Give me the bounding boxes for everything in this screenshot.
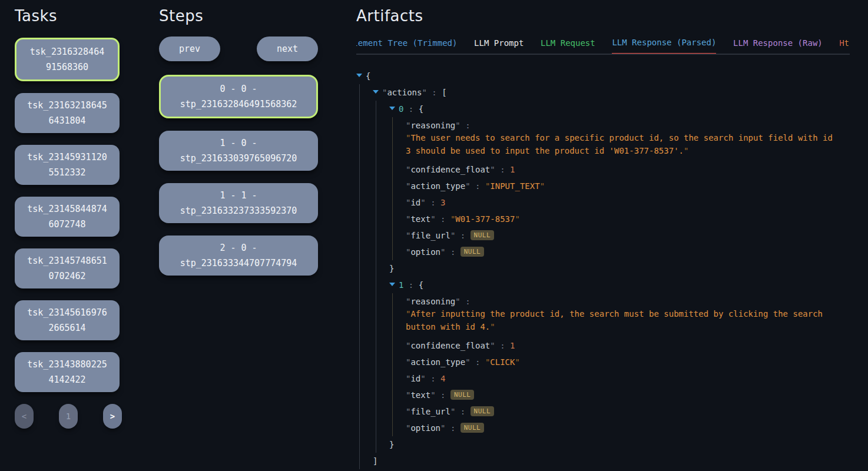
task-item[interactable]: tsk_231438802254142422: [15, 352, 120, 392]
null-badge: NULL: [460, 423, 485, 433]
json-kv-file-url: file_urlNULL: [406, 227, 851, 244]
json-array-close: ]: [373, 453, 851, 469]
json-level-1: actions[ 0{ reasoning The user needs to …: [359, 84, 851, 469]
tasks-pagination: < 1 >: [15, 404, 122, 429]
json-kv-confidence: confidence_float1: [406, 337, 851, 354]
tab-html-raw[interactable]: Html (Raw): [839, 34, 850, 54]
json-action-1-open: 1{: [389, 277, 851, 293]
steps-title: Steps: [159, 7, 318, 25]
artifacts-tabbar: Element Tree (Trimmed) LLM Prompt LLM Re…: [356, 33, 850, 55]
task-item[interactable]: tsk_231457486510702462: [15, 248, 120, 288]
json-action-0-close: }: [389, 260, 851, 277]
collapse-toggle-icon[interactable]: [356, 74, 362, 77]
tasks-panel: Tasks tsk_231632846491568360 tsk_2316321…: [15, 7, 120, 429]
null-badge: NULL: [471, 406, 495, 416]
json-kv-file-url: file_urlNULL: [406, 403, 851, 420]
collapse-toggle-icon[interactable]: [389, 107, 395, 110]
json-level-2: 0{ reasoning The user needs to search fo…: [376, 101, 851, 453]
task-item[interactable]: tsk_231458448746072748: [15, 197, 120, 237]
pagination-next-button[interactable]: >: [103, 404, 122, 429]
step-item-line1: 1 - 1 -: [220, 188, 257, 203]
step-item-line1: 2 - 0 -: [220, 240, 257, 256]
step-item[interactable]: 1 - 0 - stp_231633039765096720: [159, 131, 318, 171]
null-badge: NULL: [460, 247, 485, 257]
task-item[interactable]: tsk_231459311205512332: [15, 145, 120, 185]
pagination-page-button[interactable]: 1: [59, 404, 78, 429]
task-item[interactable]: tsk_231456169762665614: [15, 300, 120, 340]
step-item[interactable]: 0 - 0 - stp_231632846491568362: [159, 75, 318, 118]
tab-llm-response-parsed[interactable]: LLM Response (Parsed): [612, 33, 716, 55]
json-value-reasoning: After inputting the product id, the sear…: [406, 307, 842, 333]
json-tree-view: { actions[ 0{ reasoning The user needs t…: [356, 68, 851, 471]
json-kv-text: textNULL: [406, 387, 851, 403]
step-item-line2: stp_231632846491568362: [180, 97, 297, 112]
tab-llm-response-raw[interactable]: LLM Response (Raw): [733, 34, 823, 54]
step-item-line2: stp_231633237333592370: [180, 203, 297, 218]
json-kv-action-type: action_typeINPUT_TEXT: [406, 178, 851, 194]
json-kv-option: optionNULL: [406, 420, 851, 436]
json-level-3: reasoning After inputting the product id…: [392, 293, 851, 436]
json-root-open: {: [356, 68, 851, 84]
pagination-prev-button[interactable]: <: [15, 404, 34, 429]
json-kv-action-type: action_typeCLICK: [406, 354, 851, 370]
json-kv-confidence: confidence_float1: [406, 161, 851, 178]
collapse-toggle-icon[interactable]: [389, 283, 395, 286]
step-nav: prev next: [159, 37, 318, 61]
task-item[interactable]: tsk_231632846491568360: [15, 38, 120, 81]
json-kv-id: id3: [406, 194, 851, 211]
json-action-0-open: 0{: [389, 101, 851, 117]
tab-llm-request[interactable]: LLM Request: [541, 34, 595, 54]
task-item[interactable]: tsk_231632186456431804: [15, 93, 120, 133]
next-step-button[interactable]: next: [257, 37, 318, 61]
json-value-reasoning: The user needs to search for a specific …: [406, 131, 842, 157]
tab-element-tree-trimmed[interactable]: Element Tree (Trimmed): [356, 34, 457, 54]
artifacts-panel: Artifacts Element Tree (Trimmed) LLM Pro…: [356, 7, 851, 471]
step-item[interactable]: 1 - 1 - stp_231633237333592370: [159, 183, 318, 223]
null-badge: NULL: [471, 230, 495, 240]
step-item-line1: 1 - 0 -: [220, 135, 257, 151]
prev-step-button[interactable]: prev: [159, 37, 220, 61]
null-badge: NULL: [450, 390, 475, 400]
step-item[interactable]: 2 - 0 - stp_231633344707774794: [159, 236, 318, 276]
json-action-1-close: }: [389, 436, 851, 453]
artifacts-title: Artifacts: [356, 7, 851, 25]
tasks-title: Tasks: [15, 7, 120, 25]
step-item-line2: stp_231633039765096720: [180, 151, 297, 166]
json-actions-row: actions[: [373, 84, 851, 101]
json-kv-text: textW01-377-8537: [406, 211, 851, 227]
steps-panel: Steps prev next 0 - 0 - stp_231632846491…: [159, 7, 318, 288]
json-level-3: reasoning The user needs to search for a…: [392, 117, 851, 260]
json-kv-id: id4: [406, 370, 851, 387]
json-kv-option: optionNULL: [406, 244, 851, 260]
step-item-line1: 0 - 0 -: [220, 81, 257, 97]
step-item-line2: stp_231633344707774794: [180, 256, 297, 271]
collapse-toggle-icon[interactable]: [373, 90, 379, 94]
tab-llm-prompt[interactable]: LLM Prompt: [474, 34, 524, 54]
